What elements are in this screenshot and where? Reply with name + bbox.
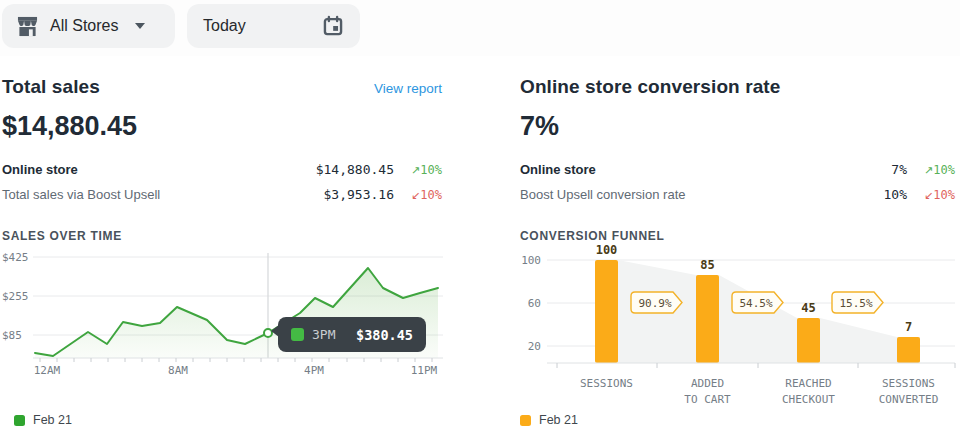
metric-label: Boost Upsell conversion rate (520, 187, 797, 202)
y-tick-label: $255 (2, 290, 29, 303)
bar-value-label: 100 (596, 243, 618, 257)
legend-swatch-green (14, 415, 25, 426)
x-axis-ticks (557, 363, 955, 368)
metric-row-boost-upsell: Total sales via Boost Upsell $3,953.16 ↙… (2, 182, 442, 207)
chevron-down-icon (135, 23, 145, 29)
category-label: CHECKOUT (782, 393, 835, 406)
category-label: SESSIONS (580, 377, 633, 390)
sales-over-time-chart[interactable]: $425 $255 $85 12AM 8AM 4PM 11PM (0, 248, 450, 378)
total-sales-title: Total sales (2, 76, 100, 98)
metric-value: $14,880.45 (284, 162, 394, 177)
metric-label: Total sales via Boost Upsell (2, 187, 284, 202)
category-label: CONVERTED (879, 393, 939, 406)
funnel-bar-added-to-cart[interactable] (696, 275, 719, 363)
x-tick-label: 12AM (34, 364, 61, 377)
legend-swatch-orange (520, 415, 531, 426)
storefront-icon (16, 16, 39, 37)
x-tick-label: 4PM (304, 364, 324, 377)
conversion-badge-label: 54.5% (739, 297, 772, 310)
metric-change-badge: ↙10% (398, 188, 442, 202)
bar-value-label: 85 (700, 258, 714, 272)
trend-down-icon: ↙ (411, 189, 420, 202)
y-tick-label: 60 (528, 297, 541, 310)
conversion-rate-title: Online store conversion rate (520, 76, 780, 98)
category-label: SESSIONS (882, 377, 935, 390)
top-bar: All Stores Today (0, 0, 960, 56)
category-label: ADDED (691, 377, 724, 390)
tooltip-value: $380.45 (356, 327, 413, 343)
metric-label: Online store (2, 162, 284, 177)
date-selector-button[interactable]: Today (187, 4, 360, 48)
metric-value: $3,953.16 (284, 187, 394, 202)
bar-value-label: 45 (801, 301, 815, 315)
metric-change-badge: ↙10% (911, 188, 955, 202)
conversion-rate-amount: 7% (520, 111, 955, 142)
metric-row-online-store: Online store $14,880.45 ↗10% (2, 157, 442, 182)
conversion-funnel-chart[interactable]: 100 60 20 100 85 45 7 90.9% 54.5% 15.5% … (515, 240, 960, 412)
bar-value-label: 7 (905, 320, 912, 334)
trend-down-icon: ↙ (924, 189, 933, 202)
category-label: TO CART (684, 393, 731, 406)
trend-up-icon: ↗ (411, 164, 420, 177)
date-selector-label: Today (203, 17, 246, 35)
funnel-bar-reached-checkout[interactable] (797, 318, 820, 363)
category-label: REACHED (785, 377, 831, 390)
x-axis-ticks (40, 358, 432, 362)
x-tick-label: 8AM (168, 364, 188, 377)
y-tick-label: 20 (528, 340, 541, 353)
tooltip-time: 3PM (312, 327, 335, 342)
y-tick-label: $425 (2, 251, 29, 264)
conversion-badge-label: 90.9% (638, 297, 671, 310)
metric-change-badge: ↗10% (911, 163, 955, 177)
conversion-badge-label: 15.5% (839, 297, 872, 310)
tooltip-series-swatch (291, 328, 304, 341)
chart-tooltip: 3PM $380.45 (278, 317, 426, 352)
metric-label: Online store (520, 162, 797, 177)
conversion-rate-panel: Online store conversion rate 7% Online s… (520, 70, 955, 243)
metric-value: 10% (797, 187, 907, 202)
y-tick-label: $85 (2, 329, 22, 342)
metric-value: 7% (797, 162, 907, 177)
sales-over-time-heading: SALES OVER TIME (2, 229, 442, 243)
legend-label: Feb 21 (539, 413, 578, 427)
funnel-bar-sessions[interactable] (595, 260, 618, 363)
metric-row-online-store: Online store 7% ↗10% (520, 157, 955, 182)
x-tick-label: 11PM (411, 364, 438, 377)
total-sales-panel: Total sales View report $14,880.45 Onlin… (2, 70, 442, 243)
y-tick-label: 100 (521, 254, 541, 267)
total-sales-amount: $14,880.45 (2, 111, 442, 142)
store-selector-label: All Stores (50, 17, 118, 35)
view-report-link[interactable]: View report (374, 81, 442, 96)
funnel-bar-sessions-converted[interactable] (897, 337, 920, 363)
calendar-icon (322, 15, 344, 37)
legend-label: Feb 21 (33, 413, 72, 427)
metric-change-badge: ↗10% (398, 163, 442, 177)
funnel-chart-legend: Feb 21 (520, 413, 578, 427)
store-selector-button[interactable]: All Stores (2, 4, 175, 48)
sales-chart-legend: Feb 21 (14, 413, 72, 427)
metric-row-boost-upsell: Boost Upsell conversion rate 10% ↙10% (520, 182, 955, 207)
trend-up-icon: ↗ (924, 164, 933, 177)
